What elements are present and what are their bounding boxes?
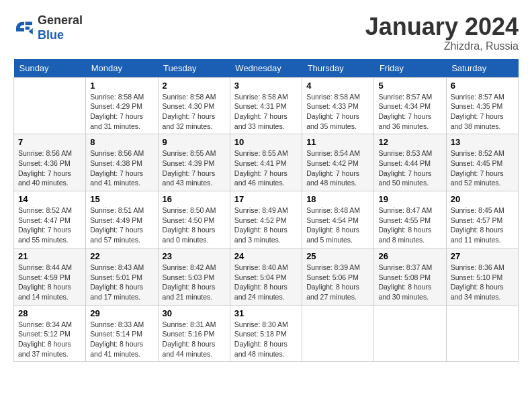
calendar-cell: 23Sunrise: 8:42 AMSunset: 5:03 PMDayligh… (158, 248, 230, 305)
day-info: Sunrise: 8:40 AMSunset: 5:04 PMDaylight:… (234, 263, 298, 302)
calendar-cell: 13Sunrise: 8:52 AMSunset: 4:45 PMDayligh… (446, 134, 518, 191)
calendar-cell: 4Sunrise: 8:58 AMSunset: 4:33 PMDaylight… (302, 77, 374, 134)
calendar-cell: 24Sunrise: 8:40 AMSunset: 5:04 PMDayligh… (230, 248, 302, 305)
day-info: Sunrise: 8:33 AMSunset: 5:14 PMDaylight:… (90, 320, 153, 359)
day-info: Sunrise: 8:30 AMSunset: 5:18 PMDaylight:… (234, 320, 298, 359)
calendar-cell: 30Sunrise: 8:31 AMSunset: 5:16 PMDayligh… (158, 305, 230, 362)
day-number: 8 (90, 137, 153, 147)
day-info: Sunrise: 8:50 AMSunset: 4:50 PMDaylight:… (163, 205, 226, 245)
day-info: Sunrise: 8:56 AMSunset: 4:36 PMDaylight:… (18, 148, 81, 188)
logo: General Blue (13, 13, 83, 42)
day-info: Sunrise: 8:47 AMSunset: 4:55 PMDaylight:… (378, 205, 441, 245)
calendar-cell: 1Sunrise: 8:58 AMSunset: 4:29 PMDaylight… (86, 77, 158, 134)
calendar-cell: 5Sunrise: 8:57 AMSunset: 4:34 PMDaylight… (374, 77, 446, 134)
day-number: 2 (163, 81, 226, 91)
day-info: Sunrise: 8:57 AMSunset: 4:35 PMDaylight:… (451, 92, 514, 132)
day-info: Sunrise: 8:43 AMSunset: 5:01 PMDaylight:… (90, 263, 153, 302)
day-number: 22 (90, 251, 153, 261)
month-title: January 2024 (365, 13, 519, 40)
calendar-cell: 20Sunrise: 8:45 AMSunset: 4:57 PMDayligh… (446, 191, 518, 248)
location-subtitle: Zhizdra, Russia (365, 40, 519, 52)
day-info: Sunrise: 8:42 AMSunset: 5:03 PMDaylight:… (163, 263, 226, 302)
day-number: 15 (90, 194, 153, 204)
day-number: 3 (234, 81, 298, 91)
day-info: Sunrise: 8:36 AMSunset: 5:10 PMDaylight:… (451, 263, 514, 302)
day-number: 27 (451, 251, 514, 261)
calendar-cell: 16Sunrise: 8:50 AMSunset: 4:50 PMDayligh… (158, 191, 230, 248)
calendar-cell: 31Sunrise: 8:30 AMSunset: 5:18 PMDayligh… (230, 305, 302, 362)
day-number: 17 (234, 194, 298, 204)
logo-icon (13, 17, 35, 39)
title-block: January 2024 Zhizdra, Russia (365, 13, 519, 52)
day-number: 26 (378, 251, 441, 261)
day-info: Sunrise: 8:58 AMSunset: 4:30 PMDaylight:… (163, 92, 226, 132)
calendar-cell: 21Sunrise: 8:44 AMSunset: 4:59 PMDayligh… (14, 248, 86, 305)
day-info: Sunrise: 8:53 AMSunset: 4:44 PMDaylight:… (378, 148, 441, 188)
day-info: Sunrise: 8:31 AMSunset: 5:16 PMDaylight:… (163, 320, 226, 359)
calendar-cell: 9Sunrise: 8:55 AMSunset: 4:39 PMDaylight… (158, 134, 230, 191)
day-number: 24 (234, 251, 298, 261)
calendar-week-1: 1Sunrise: 8:58 AMSunset: 4:29 PMDaylight… (14, 77, 519, 134)
calendar-header-row: SundayMondayTuesdayWednesdayThursdayFrid… (14, 59, 519, 78)
day-number: 14 (18, 194, 81, 204)
calendar-cell: 3Sunrise: 8:58 AMSunset: 4:31 PMDaylight… (230, 77, 302, 134)
calendar-cell: 14Sunrise: 8:52 AMSunset: 4:47 PMDayligh… (14, 191, 86, 248)
calendar-cell: 27Sunrise: 8:36 AMSunset: 5:10 PMDayligh… (446, 248, 518, 305)
day-number: 28 (18, 308, 81, 318)
day-number: 30 (163, 308, 226, 318)
header-day-monday: Monday (86, 59, 158, 78)
day-info: Sunrise: 8:58 AMSunset: 4:33 PMDaylight:… (306, 92, 369, 132)
day-number: 11 (306, 137, 369, 147)
day-number: 10 (234, 137, 298, 147)
calendar-cell: 17Sunrise: 8:49 AMSunset: 4:52 PMDayligh… (230, 191, 302, 248)
calendar-cell: 19Sunrise: 8:47 AMSunset: 4:55 PMDayligh… (374, 191, 446, 248)
day-number: 6 (451, 81, 514, 91)
day-info: Sunrise: 8:51 AMSunset: 4:49 PMDaylight:… (90, 205, 153, 245)
calendar-cell: 10Sunrise: 8:55 AMSunset: 4:41 PMDayligh… (230, 134, 302, 191)
header-day-saturday: Saturday (446, 59, 518, 78)
day-info: Sunrise: 8:45 AMSunset: 4:57 PMDaylight:… (451, 205, 514, 245)
calendar-cell: 6Sunrise: 8:57 AMSunset: 4:35 PMDaylight… (446, 77, 518, 134)
calendar-cell (446, 305, 518, 362)
day-info: Sunrise: 8:55 AMSunset: 4:39 PMDaylight:… (163, 148, 226, 188)
day-number: 29 (90, 308, 153, 318)
day-number: 5 (378, 81, 441, 91)
day-info: Sunrise: 8:58 AMSunset: 4:31 PMDaylight:… (234, 92, 298, 132)
day-number: 7 (18, 137, 81, 147)
day-info: Sunrise: 8:34 AMSunset: 5:12 PMDaylight:… (18, 320, 81, 359)
day-number: 31 (234, 308, 298, 318)
day-number: 25 (306, 251, 369, 261)
day-info: Sunrise: 8:55 AMSunset: 4:41 PMDaylight:… (234, 148, 298, 188)
header-day-thursday: Thursday (302, 59, 374, 78)
day-number: 1 (90, 81, 153, 91)
header-day-wednesday: Wednesday (230, 59, 302, 78)
day-info: Sunrise: 8:52 AMSunset: 4:47 PMDaylight:… (18, 205, 81, 245)
calendar-cell: 22Sunrise: 8:43 AMSunset: 5:01 PMDayligh… (86, 248, 158, 305)
day-info: Sunrise: 8:54 AMSunset: 4:42 PMDaylight:… (306, 148, 369, 188)
day-info: Sunrise: 8:49 AMSunset: 4:52 PMDaylight:… (234, 205, 298, 245)
day-info: Sunrise: 8:37 AMSunset: 5:08 PMDaylight:… (378, 263, 441, 302)
day-info: Sunrise: 8:56 AMSunset: 4:38 PMDaylight:… (90, 148, 153, 188)
calendar-cell: 2Sunrise: 8:58 AMSunset: 4:30 PMDaylight… (158, 77, 230, 134)
day-number: 18 (306, 194, 369, 204)
header-day-friday: Friday (374, 59, 446, 78)
day-info: Sunrise: 8:57 AMSunset: 4:34 PMDaylight:… (378, 92, 441, 132)
calendar-week-4: 21Sunrise: 8:44 AMSunset: 4:59 PMDayligh… (14, 248, 519, 305)
calendar-cell: 25Sunrise: 8:39 AMSunset: 5:06 PMDayligh… (302, 248, 374, 305)
calendar-cell (302, 305, 374, 362)
day-number: 4 (306, 81, 369, 91)
day-number: 9 (163, 137, 226, 147)
calendar-cell: 8Sunrise: 8:56 AMSunset: 4:38 PMDaylight… (86, 134, 158, 191)
calendar-cell: 28Sunrise: 8:34 AMSunset: 5:12 PMDayligh… (14, 305, 86, 362)
calendar-cell: 7Sunrise: 8:56 AMSunset: 4:36 PMDaylight… (14, 134, 86, 191)
day-info: Sunrise: 8:58 AMSunset: 4:29 PMDaylight:… (90, 92, 153, 132)
calendar-cell (14, 77, 86, 134)
day-number: 13 (451, 137, 514, 147)
day-number: 20 (451, 194, 514, 204)
page-header: General Blue January 2024 Zhizdra, Russi… (13, 13, 519, 52)
calendar-cell: 29Sunrise: 8:33 AMSunset: 5:14 PMDayligh… (86, 305, 158, 362)
calendar-week-5: 28Sunrise: 8:34 AMSunset: 5:12 PMDayligh… (14, 305, 519, 362)
calendar-cell: 11Sunrise: 8:54 AMSunset: 4:42 PMDayligh… (302, 134, 374, 191)
day-number: 16 (163, 194, 226, 204)
header-day-sunday: Sunday (14, 59, 86, 78)
